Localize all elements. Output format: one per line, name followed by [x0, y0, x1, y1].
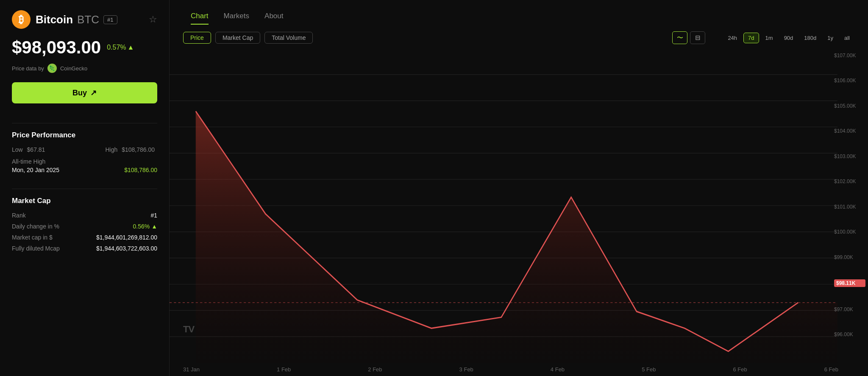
- low-value: $67.81: [27, 146, 45, 153]
- buy-label: Buy: [72, 89, 87, 97]
- time-all-btn[interactable]: all: [840, 33, 854, 43]
- price-chart: [170, 48, 868, 363]
- y-label-96k: $96.00K: [834, 331, 865, 337]
- price-data-by: Price data by 🦎 CoinGecko: [12, 64, 157, 73]
- metric-market-cap-btn[interactable]: Market Cap: [215, 32, 260, 44]
- tradingview-watermark: TV: [183, 323, 209, 337]
- right-panel: Chart Markets About Price Market Cap Tot…: [170, 0, 868, 376]
- high-label: High: [105, 146, 117, 153]
- fdv-value: $1,944,603,722,603.00: [96, 245, 157, 252]
- daily-change-label: Daily change in %: [12, 223, 59, 230]
- left-panel: ₿ Bitcoin BTC #1 ☆ $98,093.00 0.57% ▲ Pr…: [0, 0, 170, 376]
- price-change-arrow: ▲: [128, 44, 134, 51]
- chart-controls: Price Market Cap Total Volume 〜 ⊟ 24h 7d…: [170, 31, 868, 44]
- y-label-99k: $99.00K: [834, 254, 865, 260]
- time-180d-btn[interactable]: 180d: [799, 33, 821, 43]
- x-label-4feb: 4 Feb: [551, 366, 565, 373]
- divider-1: [12, 123, 157, 123]
- low-high-row: Low $67.81 High $108,786.00: [12, 146, 157, 153]
- time-range-btns: 24h 7d 1m 90d 180d 1y all: [723, 33, 854, 43]
- stat-daily-change: Daily change in % 0.56% ▲: [12, 223, 157, 230]
- y-label-100k: $100.00K: [834, 229, 865, 235]
- current-price-badge: $98.11K: [834, 279, 865, 287]
- fdv-label: Fully diluted Mcap: [12, 245, 60, 252]
- rank-label: Rank: [12, 212, 26, 219]
- y-label-103k: $103.00K: [834, 153, 865, 159]
- x-label-6feb-1: 6 Feb: [733, 366, 747, 373]
- y-label-102k: $102.00K: [834, 178, 865, 184]
- x-label-6feb-2: 6 Feb: [824, 366, 838, 373]
- ath-date: Mon, 20 Jan 2025: [12, 167, 59, 173]
- favorite-button[interactable]: ☆: [149, 14, 157, 25]
- y-label-107k: $107.00K: [834, 53, 865, 58]
- coingecko-logo: 🦎: [47, 64, 57, 73]
- chart-area: $107.00K $106.00K $105.00K $104.00K $103…: [170, 48, 868, 363]
- coin-symbol: BTC: [77, 13, 99, 26]
- x-axis-labels: 31 Jan 1 Feb 2 Feb 3 Feb 4 Feb 5 Feb 6 F…: [170, 363, 868, 376]
- x-label-2feb: 2 Feb: [368, 366, 382, 373]
- market-cap-label: Market cap in $: [12, 234, 53, 241]
- tab-about[interactable]: About: [257, 8, 291, 24]
- price-change: 0.57% ▲: [107, 44, 134, 51]
- price-performance-title: Price Performance: [12, 131, 157, 139]
- line-chart-btn[interactable]: 〜: [672, 31, 687, 44]
- daily-change-value: 0.56% ▲: [133, 223, 157, 230]
- ath-value: $108,786.00: [124, 167, 157, 173]
- y-axis: $107.00K $106.00K $105.00K $104.00K $103…: [834, 48, 868, 342]
- tab-markets[interactable]: Markets: [216, 8, 257, 24]
- stat-rank: Rank #1: [12, 212, 157, 219]
- market-cap-title: Market Cap: [12, 197, 157, 205]
- candle-chart-btn[interactable]: ⊟: [690, 31, 705, 44]
- svg-text:TV: TV: [183, 324, 195, 334]
- ath-label: All-time High: [12, 158, 157, 165]
- y-label-97k: $97.00K: [834, 306, 865, 312]
- metric-total-volume-btn[interactable]: Total Volume: [264, 32, 313, 44]
- high-value: $108,786.00: [122, 146, 155, 153]
- x-label-3feb: 3 Feb: [459, 366, 473, 373]
- svg-marker-12: [196, 111, 837, 363]
- coin-name-row: Bitcoin BTC #1: [36, 13, 117, 26]
- market-cap-value: $1,944,601,269,812.00: [96, 234, 157, 241]
- bitcoin-logo: ₿: [12, 10, 31, 29]
- coin-full-name: Bitcoin: [36, 13, 73, 26]
- current-price: $98,093.00: [12, 37, 101, 58]
- time-1m-btn[interactable]: 1m: [761, 33, 778, 43]
- price-change-pct: 0.57%: [107, 44, 126, 51]
- time-7d-btn[interactable]: 7d: [743, 33, 759, 43]
- time-24h-btn[interactable]: 24h: [723, 33, 742, 43]
- low-label: Low: [12, 146, 23, 153]
- divider-2: [12, 189, 157, 189]
- chart-type-btns: 〜 ⊟: [672, 31, 705, 44]
- metric-price-btn[interactable]: Price: [183, 32, 211, 44]
- y-label-106k: $106.00K: [834, 78, 865, 84]
- tab-chart[interactable]: Chart: [183, 8, 216, 24]
- time-1y-btn[interactable]: 1y: [823, 33, 838, 43]
- x-label-1feb: 1 Feb: [277, 366, 291, 373]
- stat-fdv: Fully diluted Mcap $1,944,603,722,603.00: [12, 245, 157, 252]
- tabs-row: Chart Markets About: [170, 8, 868, 24]
- stat-market-cap: Market cap in $ $1,944,601,269,812.00: [12, 234, 157, 241]
- coin-rank-badge: #1: [103, 15, 117, 24]
- price-data-by-label: Price data by: [12, 65, 44, 72]
- low-block: Low $67.81: [12, 146, 47, 153]
- x-label-31jan: 31 Jan: [183, 366, 200, 373]
- coin-header: ₿ Bitcoin BTC #1 ☆: [12, 10, 157, 29]
- buy-button[interactable]: Buy ↗: [12, 82, 157, 103]
- y-label-105k: $105.00K: [834, 103, 865, 109]
- x-label-5feb: 5 Feb: [642, 366, 656, 373]
- ath-date-row: Mon, 20 Jan 2025 $108,786.00: [12, 167, 157, 173]
- price-data-source: CoinGecko: [60, 65, 87, 72]
- rank-value: #1: [150, 212, 157, 219]
- price-row: $98,093.00 0.57% ▲: [12, 37, 157, 58]
- y-label-104k: $104.00K: [834, 128, 865, 134]
- time-90d-btn[interactable]: 90d: [779, 33, 798, 43]
- buy-arrow: ↗: [90, 88, 97, 97]
- high-block: High $108,786.00: [105, 146, 157, 153]
- y-label-101k: $101.00K: [834, 204, 865, 210]
